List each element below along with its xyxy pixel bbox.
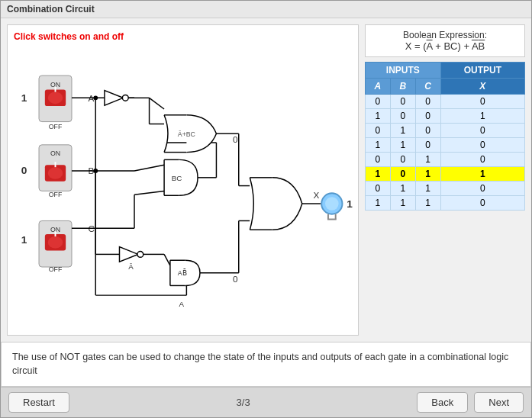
table-row: 1011 <box>366 167 525 182</box>
svg-marker-32 <box>105 91 123 106</box>
cell-b-1: 0 <box>390 109 415 124</box>
svg-point-10 <box>48 167 63 179</box>
cell-x-4: 0 <box>440 153 524 167</box>
cell-x-3: 0 <box>440 138 524 153</box>
cell-b-3: 1 <box>390 138 415 153</box>
svg-marker-55 <box>119 247 137 262</box>
cell-c-6: 1 <box>415 182 440 196</box>
cell-a-2: 0 <box>366 124 391 138</box>
svg-point-80 <box>325 197 339 211</box>
svg-text:OFF: OFF <box>49 123 63 130</box>
next-button[interactable]: Next <box>474 392 524 413</box>
cell-a-3: 1 <box>366 138 391 153</box>
circuit-diagram: ON OFF 1 ON OFF 0 ON OFF <box>8 25 358 335</box>
boolean-expression: Boolean Expression: X = (A + BC) + AB <box>365 24 525 57</box>
cell-c-4: 1 <box>415 153 440 167</box>
svg-text:ON: ON <box>50 150 60 157</box>
table-row: 0110 <box>366 182 525 196</box>
col-b-header: B <box>390 79 415 95</box>
svg-point-56 <box>137 252 143 258</box>
description-text: The use of NOT gates can be used to chan… <box>12 352 508 377</box>
cell-b-0: 0 <box>390 95 415 109</box>
svg-text:Ā+BC: Ā+BC <box>178 130 195 138</box>
boolean-formula: X = (A + BC) + AB <box>373 40 517 52</box>
svg-text:Ā: Ā <box>128 262 134 271</box>
cell-c-3: 0 <box>415 138 440 153</box>
cell-b-7: 1 <box>390 196 415 211</box>
svg-point-3 <box>48 92 63 104</box>
cell-c-0: 0 <box>415 95 440 109</box>
title-bar: Combination Circuit <box>1 1 531 18</box>
table-row: 0000 <box>366 95 525 109</box>
boolean-label: Boolean Expression: <box>373 30 517 40</box>
cell-a-7: 1 <box>366 196 391 211</box>
col-x-header: X <box>440 79 524 95</box>
footer: Restart 3/3 Back Next <box>1 387 531 417</box>
col-c-header: C <box>415 79 440 95</box>
page-indicator: 3/3 <box>237 397 250 408</box>
svg-text:X: X <box>313 190 319 200</box>
description-area: The use of NOT gates can be used to chan… <box>1 342 531 387</box>
circuit-area: Click switches on and off ON OFF 1 ON <box>7 24 359 336</box>
inputs-header: INPUTS <box>366 63 441 79</box>
svg-line-36 <box>134 165 164 171</box>
table-row: 0010 <box>366 153 525 167</box>
restart-button[interactable]: Restart <box>8 392 69 413</box>
cell-a-6: 0 <box>366 182 391 196</box>
output-header: OUTPUT <box>440 63 524 79</box>
cell-c-2: 0 <box>415 124 440 138</box>
cell-a-0: 0 <box>366 95 391 109</box>
right-panel: Boolean Expression: X = (A + BC) + AB IN… <box>365 24 525 336</box>
cell-c-7: 1 <box>415 196 440 211</box>
window-title: Combination Circuit <box>7 4 95 14</box>
cell-c-1: 0 <box>415 109 440 124</box>
truth-table-body: 00001001010011000010101101101110 <box>366 95 525 211</box>
svg-text:OFF: OFF <box>49 191 63 198</box>
svg-line-62 <box>164 254 170 265</box>
svg-text:1: 1 <box>21 234 27 246</box>
svg-text:AB̄: AB̄ <box>178 268 187 277</box>
cell-b-5: 0 <box>390 167 415 182</box>
cell-x-7: 0 <box>440 196 524 211</box>
cell-x-0: 0 <box>440 95 524 109</box>
cell-a-1: 1 <box>366 109 391 124</box>
main-window: Combination Circuit Click switches on an… <box>0 0 532 418</box>
table-row: 0100 <box>366 124 525 138</box>
cell-c-5: 1 <box>415 167 440 182</box>
cell-a-4: 0 <box>366 153 391 167</box>
svg-line-35 <box>150 98 165 109</box>
svg-text:0: 0 <box>233 274 238 284</box>
col-a-header: A <box>366 79 391 95</box>
cell-a-5: 1 <box>366 167 391 182</box>
svg-text:A: A <box>179 300 185 308</box>
cell-x-1: 1 <box>440 109 524 124</box>
cell-b-4: 0 <box>390 153 415 167</box>
table-row: 1110 <box>366 196 525 211</box>
svg-text:BC: BC <box>172 174 182 182</box>
svg-text:0: 0 <box>233 134 238 144</box>
svg-point-33 <box>122 95 128 101</box>
cell-b-6: 1 <box>390 182 415 196</box>
nav-buttons: Back Next <box>417 392 524 413</box>
table-row: 1001 <box>366 109 525 124</box>
back-button[interactable]: Back <box>417 392 468 413</box>
cell-x-5: 1 <box>440 167 524 182</box>
truth-table-container: INPUTS OUTPUT A B C X 000010010100110000… <box>365 62 525 211</box>
svg-point-17 <box>48 236 63 249</box>
svg-text:1: 1 <box>347 198 353 210</box>
svg-line-38 <box>134 191 164 195</box>
cell-x-6: 0 <box>440 182 524 196</box>
svg-text:0: 0 <box>21 165 27 176</box>
cell-b-2: 1 <box>390 124 415 138</box>
truth-table: INPUTS OUTPUT A B C X 000010010100110000… <box>365 62 525 211</box>
table-row: 1100 <box>366 138 525 153</box>
cell-x-2: 0 <box>440 124 524 138</box>
main-content: Click switches on and off ON OFF 1 ON <box>1 18 531 342</box>
svg-text:1: 1 <box>21 92 27 104</box>
svg-text:OFF: OFF <box>49 265 63 273</box>
